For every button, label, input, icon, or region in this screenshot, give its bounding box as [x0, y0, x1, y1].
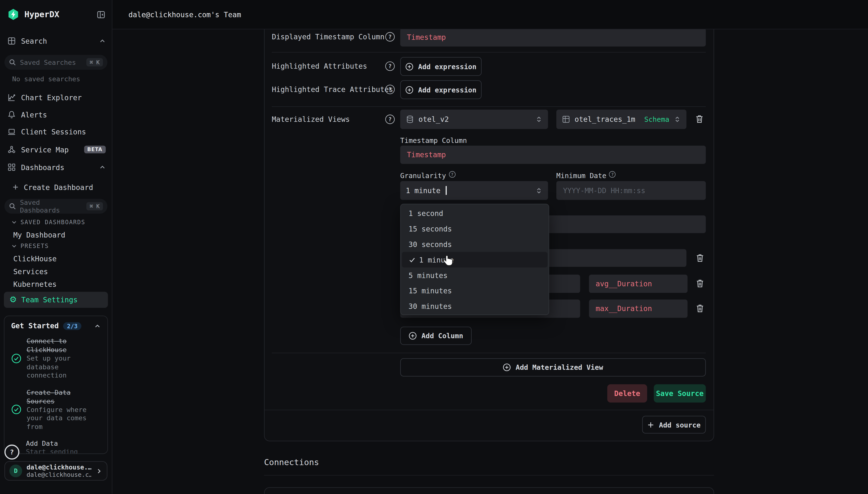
divider	[272, 52, 706, 52]
schema-badge[interactable]: Schema	[644, 115, 669, 124]
chevron-down-icon	[11, 219, 17, 225]
app-root: HyperDX Search Saved Searches ⌘ K No sav…	[0, 0, 868, 494]
column-alias-input[interactable]: max__Duration	[589, 300, 688, 318]
granularity-select[interactable]: 1 minute	[400, 181, 548, 200]
shortcut-badge: ⌘ K	[86, 58, 103, 66]
help-fab-button[interactable]: ?	[4, 444, 19, 459]
check-circle-icon	[11, 404, 22, 415]
add-materialized-view-button[interactable]: Add Materialized View	[400, 358, 706, 376]
help-icon[interactable]: ?	[385, 61, 395, 71]
divider	[265, 410, 714, 410]
saved-dashboards-input[interactable]: Saved Dashboards ⌘ K	[4, 199, 107, 214]
delete-materialized-view-icon[interactable]	[695, 114, 704, 124]
dropdown-option[interactable]: 30 minutes	[401, 299, 548, 314]
add-column-button[interactable]: Add Column	[400, 327, 471, 345]
laptop-icon	[7, 127, 16, 136]
highlighted-attributes-label: Highlighted Attributes	[272, 62, 367, 70]
sidebar-item-search[interactable]: Search	[7, 34, 106, 48]
help-icon[interactable]: ?	[385, 115, 395, 124]
info-icon[interactable]: ?	[609, 171, 616, 177]
sidebar-item-chart-explorer[interactable]: Chart Explorer	[7, 91, 106, 104]
get-started-title: Get Started	[11, 322, 59, 330]
dropdown-option[interactable]: 15 minutes	[401, 283, 548, 299]
dropdown-option-selected[interactable]: 1 minute	[402, 252, 547, 267]
sidebar-item-label: Dashboards	[21, 163, 64, 171]
displayed-timestamp-input[interactable]: Timestamp	[400, 28, 706, 46]
step-title-line: ClickHouse	[27, 345, 102, 355]
delete-source-button[interactable]: Delete	[607, 384, 647, 402]
gear-icon: ⚙	[9, 296, 17, 304]
sidebar-item-kubernetes[interactable]: Kubernetes	[13, 279, 57, 290]
sidebar-item-alerts[interactable]: Alerts	[7, 108, 106, 121]
step-description: Start sending logs, metrics, or traces	[26, 448, 89, 454]
sidebar-item-service-map[interactable]: Service Map BETA	[7, 143, 106, 156]
create-dashboard-button[interactable]: Create Dashboard	[12, 180, 106, 194]
shortcut-badge: ⌘ K	[86, 202, 103, 210]
dropdown-option[interactable]: 1 second	[401, 206, 548, 221]
section-presets[interactable]: PRESETS	[11, 242, 49, 249]
add-expression-button[interactable]: Add expression	[400, 57, 482, 76]
page-title: dale@clickhouse.com's Team	[128, 10, 241, 18]
sidebar-item-team-settings[interactable]: ⚙ Team Settings	[4, 292, 108, 308]
sidebar-item-dashboards[interactable]: Dashboards	[7, 160, 106, 174]
mv-timestamp-input[interactable]: Timestamp	[400, 146, 706, 164]
get-started-step-connect[interactable]: Connect to ClickHouse Set up your databa…	[4, 332, 107, 384]
sidebar-collapse-icon[interactable]	[96, 10, 106, 19]
mouse-cursor-pointer	[443, 255, 454, 266]
delete-column-icon[interactable]	[695, 303, 705, 313]
get-started-panel: Get Started 2/3 Connect to ClickHouse Se…	[4, 316, 108, 454]
sidebar-item-client-sessions[interactable]: Client Sessions	[7, 125, 106, 138]
check-icon	[408, 256, 416, 263]
sidebar-item-services[interactable]: Services	[13, 266, 48, 277]
dropdown-option[interactable]: 30 seconds	[401, 236, 548, 252]
get-started-header[interactable]: Get Started 2/3	[4, 316, 107, 332]
plus-circle-icon	[405, 86, 413, 94]
search-icon	[9, 59, 16, 66]
sidebar-item-my-dashboard[interactable]: My Dashboard	[13, 229, 65, 241]
chevron-up-icon[interactable]	[94, 322, 101, 329]
chevron-up-icon	[99, 38, 105, 44]
plus-icon	[647, 421, 655, 428]
get-started-step-sources[interactable]: Create Data Sources Configure where your…	[4, 384, 107, 435]
dropdown-option[interactable]: 5 minutes	[401, 267, 548, 283]
sidebar-item-label: Client Sessions	[21, 128, 86, 136]
table-select[interactable]: otel_traces_1m Schema	[556, 110, 686, 129]
bell-icon	[7, 110, 16, 119]
question-mark-icon: ?	[451, 172, 454, 177]
step-description: Set up your database connection	[27, 354, 102, 380]
topbar: dale@clickhouse.com's Team	[112, 0, 868, 30]
beta-badge: BETA	[84, 146, 106, 153]
option-label: 30 minutes	[408, 302, 452, 310]
input-value: Timestamp	[407, 151, 446, 159]
delete-column-icon[interactable]	[695, 279, 705, 288]
delete-column-icon[interactable]	[695, 253, 705, 263]
minimum-date-input[interactable]: YYYY-MM-DD HH:mm:ss	[556, 181, 706, 200]
column-alias-input[interactable]: avg__Duration	[589, 275, 688, 293]
help-icon[interactable]: ?	[385, 32, 395, 41]
question-mark-icon: ?	[388, 116, 392, 122]
dropdown-option[interactable]: 15 seconds	[401, 221, 548, 236]
no-saved-searches-text: No saved searches	[12, 75, 80, 83]
save-source-button[interactable]: Save Source	[654, 384, 706, 402]
progress-badge: 2/3	[63, 322, 81, 330]
help-icon[interactable]: ?	[385, 85, 395, 94]
database-select[interactable]: otel_v2	[400, 110, 548, 129]
button-label: Add Column	[421, 332, 463, 340]
section-saved-dashboards[interactable]: SAVED DASHBOARDS	[11, 218, 85, 225]
info-icon[interactable]: ?	[449, 171, 455, 177]
check-circle-icon	[11, 353, 22, 363]
saved-searches-input[interactable]: Saved Searches ⌘ K	[4, 55, 107, 70]
get-started-step-add-data[interactable]: 3 Add Data Start sending logs, metrics, …	[4, 435, 107, 454]
sidebar: HyperDX Search Saved Searches ⌘ K No sav…	[0, 0, 112, 494]
add-expression-button[interactable]: Add expression	[400, 80, 482, 99]
button-label: Add source	[659, 420, 701, 429]
add-source-button[interactable]: Add source	[642, 416, 706, 434]
user-name: dale@clickhouse.…	[27, 464, 92, 471]
user-menu[interactable]: D dale@clickhouse.… dale@clickhouse.c…	[4, 461, 107, 481]
section-label: PRESETS	[20, 242, 49, 249]
button-label: Add expression	[418, 62, 477, 71]
button-label: Add Materialized View	[516, 363, 603, 372]
question-mark-icon: ?	[388, 63, 392, 69]
sidebar-item-clickhouse[interactable]: ClickHouse	[13, 253, 57, 264]
materialized-views-label: Materialized Views	[272, 115, 350, 124]
